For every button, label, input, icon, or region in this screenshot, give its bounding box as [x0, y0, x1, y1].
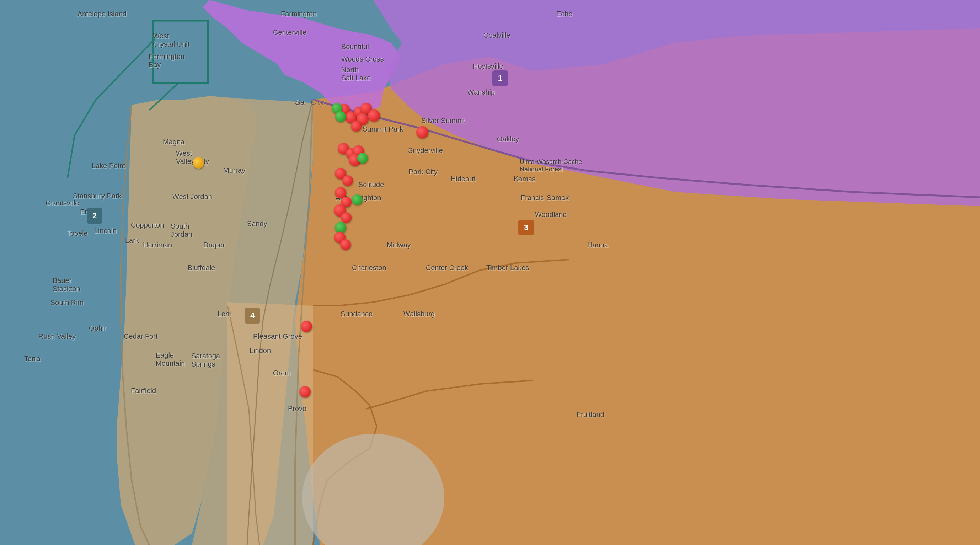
pin-red-19[interactable] [340, 239, 351, 250]
district-map-svg [0, 0, 980, 545]
pin-green-4[interactable] [352, 194, 363, 205]
district-badge-2: 2 [87, 208, 102, 224]
pin-red-6[interactable] [351, 121, 361, 132]
district-badge-3: 3 [518, 220, 534, 235]
pin-green-3[interactable] [357, 153, 368, 164]
pin-red-13[interactable] [342, 175, 353, 186]
pin-red-lehi[interactable] [301, 321, 312, 332]
teal-outline-box [153, 21, 208, 83]
pin-red-17[interactable] [341, 212, 352, 223]
district-badge-4: 4 [245, 308, 260, 323]
pin-red-provo[interactable] [299, 386, 311, 397]
map-container: Antelope Island Centerville Farmington B… [0, 0, 980, 545]
pin-orange-yellow-1[interactable] [192, 157, 204, 169]
pin-red-snyderville[interactable] [416, 126, 428, 138]
pin-red-7[interactable] [368, 110, 380, 121]
district-badge-1: 1 [492, 70, 508, 86]
pin-green-2[interactable] [335, 111, 346, 122]
